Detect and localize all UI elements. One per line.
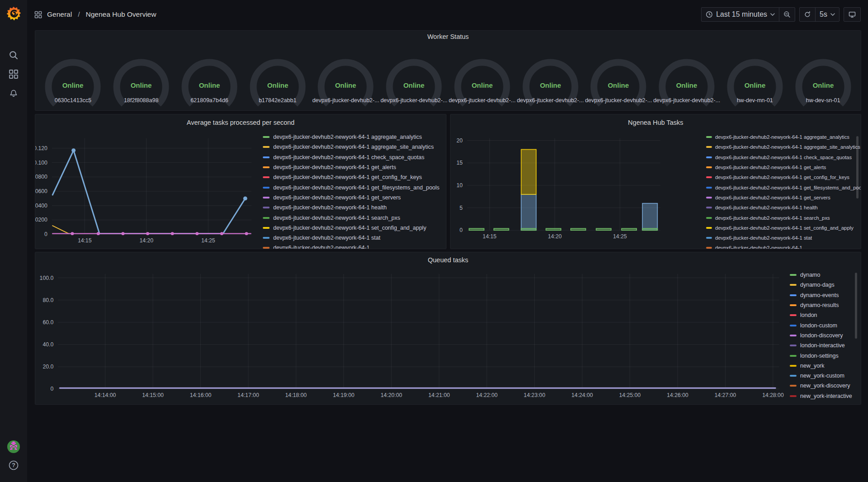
worker-gauge: Onlineb17842e2abb1 — [243, 31, 312, 110]
legend-series-marker — [706, 166, 712, 168]
panel-title[interactable]: Average tasks processed per second — [35, 119, 446, 126]
legend-series-label: devpx6-jtucker-devhub2-newyork-64-1 get_… — [273, 194, 401, 201]
legend-item[interactable]: london-discovery — [790, 331, 852, 340]
legend-item[interactable]: dynamo — [790, 270, 852, 280]
legend-item[interactable]: london-custom — [790, 320, 852, 330]
panel-title[interactable]: Queued tasks — [35, 256, 861, 264]
panel-hub-tasks: Ngenea Hub Tasks 0510152014:1514:2014:25… — [450, 114, 861, 249]
legend-item[interactable]: new_york — [790, 361, 852, 371]
panel-title[interactable]: Worker Status — [35, 33, 861, 40]
legend-item[interactable]: new_york-custom — [790, 371, 852, 381]
tv-kiosk-button[interactable] — [844, 7, 861, 22]
legend-series-marker — [263, 156, 270, 158]
legend-item[interactable]: new_york-discovery — [790, 381, 852, 391]
legend-series-label: devpx6-jtucker-devhub2-newyork-64-1 get_… — [715, 175, 849, 180]
legend-series-marker — [263, 136, 270, 138]
data-point — [245, 232, 248, 235]
y-axis-tick-label: 0.120 — [35, 145, 47, 151]
breadcrumb-folder[interactable]: General — [47, 10, 72, 19]
search-icon[interactable] — [9, 50, 19, 60]
legend-item[interactable]: devpx6-jtucker-devhub2-newyork-64-1 aggr… — [706, 142, 861, 152]
worker-status-value: Online — [608, 81, 629, 89]
time-range-picker[interactable]: Last 15 minutes — [702, 8, 779, 21]
legend-item[interactable]: devpx6-jtucker-devhub2-newyork-64-1 get_… — [706, 182, 861, 192]
data-point — [243, 196, 247, 200]
legend-item[interactable]: devpx6-jtucker-devhub2-newyork-64-1 get_… — [263, 172, 440, 182]
legend-item[interactable]: devpx6-jtucker-devhub2-newyork-64-1 get_… — [263, 162, 440, 172]
legend-item[interactable]: devpx6-jtucker-devhub2-newyork-64-1 aggr… — [263, 142, 440, 152]
legend-series-marker — [263, 227, 270, 229]
legend-item[interactable]: devpx6-jtucker-devhub2-newyork-64-1 set_… — [706, 223, 861, 233]
worker-gauge: Onlinehw-dev-sn-01 — [789, 31, 857, 110]
worker-gauge: Onlinedevpx6-jtucker-devhub2-... — [380, 31, 448, 110]
legend-item[interactable]: dynamo-results — [790, 300, 852, 310]
zoom-out-button[interactable] — [779, 8, 795, 21]
legend-series-marker — [263, 166, 270, 168]
refresh-interval-picker[interactable]: 5s — [815, 8, 839, 21]
worker-name: hw-dev-mn-01 — [718, 97, 792, 104]
x-axis-tick-label: 14:25:00 — [619, 392, 641, 398]
refresh-button[interactable] — [800, 8, 815, 21]
legend-item[interactable]: devpx6-jtucker-devhub2-newyork-64-1 chec… — [706, 152, 861, 162]
legend-series-marker — [790, 355, 797, 357]
legend-item[interactable]: devpx6-jtucker-devhub2-newyork-64-1 stat — [706, 233, 861, 243]
legend-item[interactable]: devpx6-jtucker-devhub2-newyork-64-1 sear… — [706, 213, 861, 222]
worker-name: hw-dev-sn-01 — [786, 97, 860, 104]
legend-item[interactable]: dynamo-dags — [790, 280, 852, 290]
x-axis-tick-label: 14:28:00 — [762, 392, 784, 398]
legend-item[interactable]: devpx6-jtucker-devhub2-newyork-64-1 sear… — [263, 213, 440, 222]
legend-series-label: london-discovery — [800, 332, 843, 339]
legend-series-label: devpx6-jtucker-devhub2-newyork-64-1 get_… — [273, 164, 396, 170]
grafana-logo[interactable] — [6, 6, 21, 21]
refresh-icon — [804, 11, 811, 18]
worker-status-value: Online — [540, 81, 561, 89]
worker-status-value: Online — [745, 81, 766, 89]
alerting-bell-icon[interactable] — [9, 89, 19, 99]
legend-scrollbar[interactable] — [855, 273, 857, 339]
legend-series-label: dynamo-dags — [800, 282, 835, 288]
legend-series-label: new_york-custom — [800, 373, 844, 379]
legend-item[interactable]: devpx6-jtucker-devhub2-newyork-64-1 stat — [263, 233, 440, 243]
legend-item[interactable]: devpx6-jtucker-devhub2-newyork-64-1 get_… — [263, 182, 440, 192]
legend-series-marker — [790, 294, 797, 296]
legend-item[interactable]: devpx6-jtucker-devhub2-newyork-64-1 aggr… — [263, 132, 440, 142]
y-axis-tick-label: 0 — [50, 386, 53, 392]
legend-series-marker — [263, 207, 270, 208]
breadcrumb-dashboard-title[interactable]: Ngenea Hub Overview — [85, 10, 156, 19]
legend-item[interactable]: devpx6-jtucker-devhub2-newyork-64-1 get_… — [706, 162, 861, 172]
legend-series-marker — [706, 247, 712, 249]
legend-item[interactable]: devpx6-jtucker-devhub2-newyork-64-1 chec… — [263, 152, 440, 162]
dashboards-icon[interactable] — [9, 69, 19, 79]
bar — [521, 228, 536, 230]
legend-item[interactable]: dynamo-events — [790, 290, 852, 300]
legend-series-label: devpx6-jtucker-devhub2-newyork-64-1 chec… — [715, 155, 852, 160]
legend-series-marker — [790, 274, 797, 276]
legend-item[interactable]: london — [790, 310, 852, 320]
legend-item[interactable]: london-settings — [790, 350, 852, 360]
legend-item[interactable]: devpx6-jtucker-devhub2-newyork-64-1 — [706, 243, 861, 249]
legend-item[interactable]: new_york-interactive — [790, 391, 852, 401]
x-axis-tick-label: 14:15 — [483, 233, 497, 240]
legend-item[interactable]: devpx6-jtucker-devhub2-newyork-64-1 set_… — [263, 223, 440, 233]
legend-item[interactable]: devpx6-jtucker-devhub2-newyork-64-1 get_… — [706, 172, 861, 182]
legend-series-label: devpx6-jtucker-devhub2-newyork-64-1 set_… — [273, 225, 426, 231]
queued-tasks-chart[interactable]: 020.040.060.080.0100.014:14:0014:15:0014… — [35, 252, 861, 404]
legend-item[interactable]: london-interactive — [790, 340, 852, 350]
user-avatar[interactable] — [7, 440, 20, 454]
bar — [571, 228, 586, 230]
legend-series-label: devpx6-jtucker-devhub2-newyork-64-1 set_… — [715, 225, 854, 231]
help-icon[interactable]: ? — [8, 460, 19, 471]
legend-series-marker — [706, 197, 712, 198]
legend-scrollbar[interactable] — [856, 136, 859, 198]
legend-item[interactable]: devpx6-jtucker-devhub2-newyork-64-1 get_… — [706, 193, 861, 203]
legend-item[interactable]: devpx6-jtucker-devhub2-newyork-64-1 heal… — [706, 203, 861, 213]
panel-title[interactable]: Ngenea Hub Tasks — [451, 119, 861, 126]
legend-item[interactable]: devpx6-jtucker-devhub2-newyork-64-1 aggr… — [706, 132, 861, 142]
legend-item[interactable]: devpx6-jtucker-devhub2-newyork-64-1 get_… — [263, 193, 440, 203]
y-axis-tick-label: 80.0 — [43, 297, 53, 303]
legend-series-label: new_york-interactive — [800, 393, 852, 399]
legend-series-label: dynamo-events — [800, 292, 839, 298]
legend-item[interactable]: devpx6-jtucker-devhub2-newyork-64-1 — [263, 243, 440, 249]
legend-item[interactable]: devpx6-jtucker-devhub2-newyork-64-1 heal… — [263, 203, 440, 213]
legend-series-label: devpx6-jtucker-devhub2-newyork-64-1 heal… — [715, 205, 818, 210]
